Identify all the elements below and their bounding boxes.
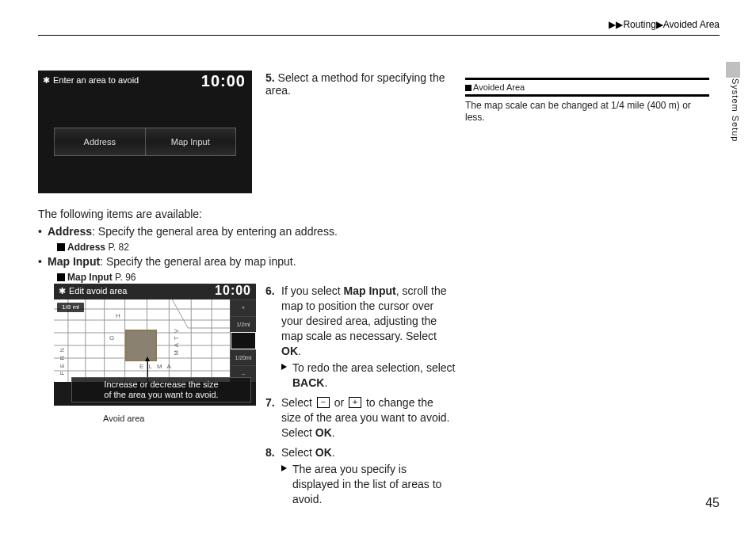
screenshot1-button-row: Address Map Input (54, 128, 236, 156)
avoid-area-callout-label: Avoid area (103, 414, 144, 423)
avoid-area-box[interactable] (125, 330, 157, 361)
step-list: 6. If you select Map Input, scroll the m… (265, 284, 456, 512)
item-name: Map Input (48, 255, 100, 268)
bold: Map Input (344, 284, 396, 297)
bullet-dot: • (38, 224, 42, 239)
screenshot-edit-avoid: ✱Edit avoid area 10:00 1/8 mi H G (54, 284, 256, 406)
step-7: 7. Select − or + to change the size of t… (265, 395, 456, 441)
screenshot2-title: ✱Edit avoid area (59, 286, 127, 296)
step-5-text: Select a method for specifying the area. (265, 71, 445, 97)
bold: OK (281, 345, 298, 357)
map-label: G (109, 334, 114, 341)
map-label: F E R N (59, 347, 66, 375)
ref-label: Address (67, 242, 105, 253)
hint-title-row: Avoided Area (465, 78, 709, 97)
step-5: 5. Select a method for specifying the ar… (265, 71, 456, 97)
address-button[interactable]: Address (54, 128, 146, 156)
screenshot1-clock: 10:00 (201, 72, 246, 90)
item-desc: : Specify the general area by entering a… (92, 225, 338, 238)
ref-page: P. 96 (115, 272, 136, 283)
scale-badge: 1/8 mi (57, 303, 84, 312)
gear-icon: ✱ (59, 286, 66, 296)
plus-icon: + (349, 397, 361, 408)
screenshot1-title: ✱Enter an area to avoid (43, 75, 139, 86)
map-label: M A T V (173, 328, 180, 356)
zoom-scale[interactable]: 1/2mi (231, 316, 256, 333)
triangle-icon (281, 465, 287, 471)
map-label: H (116, 312, 120, 319)
step-number: 5. (265, 71, 275, 84)
breadcrumb: ▶▶Routing▶Avoided Area (601, 19, 720, 30)
bullet-address: • Address: Specify the general area by e… (48, 224, 452, 258)
breadcrumb-parent: Routing (623, 19, 655, 30)
zoom-scale-selected[interactable] (231, 332, 256, 349)
step-6: 6. If you select Map Input, scroll the m… (265, 284, 456, 391)
triangle-icon (281, 364, 287, 370)
zoom-strip: + 1/2mi 1/20mi − (230, 299, 256, 382)
hint-title: Avoided Area (473, 82, 525, 92)
ref-page: P. 82 (108, 242, 128, 253)
step-6-sub: To redo the area selection, select BACK. (281, 360, 456, 391)
screenshot2-titlebar: ✱Edit avoid area 10:00 (54, 284, 256, 299)
map-input-button[interactable]: Map Input (146, 128, 237, 156)
ref-label: Map Input (67, 272, 113, 283)
svg-line-14 (172, 299, 188, 328)
ref-icon (57, 273, 65, 281)
hint-body: The map scale can be changed at 1/4 mile… (465, 97, 709, 124)
screenshot2-map-area: 1/8 mi H G E L M A F E R N M A T V + 1/2… (54, 299, 256, 382)
zoom-in-button[interactable]: + (231, 299, 256, 316)
cross-ref: Address P. 82 (57, 240, 452, 255)
step-8: 8. Select OK. The area you specify is di… (265, 445, 456, 507)
page-number: 45 (705, 496, 720, 510)
available-intro: The following items are available: (38, 208, 450, 220)
hint-icon (465, 85, 472, 91)
gear-icon: ✱ (43, 75, 50, 85)
minus-icon: − (317, 397, 330, 408)
item-name: Address (48, 225, 92, 238)
screenshot2-clock: 10:00 (215, 284, 251, 298)
hint-box: Avoided Area The map scale can be change… (465, 78, 709, 124)
breadcrumb-current: Avoided Area (663, 19, 720, 30)
side-tab: System Setup (726, 78, 740, 166)
header-rule (38, 35, 720, 36)
step-8-sub: The area you specify is displayed in the… (281, 462, 456, 507)
bullet-dot: • (38, 254, 42, 269)
map-label: E L M A (139, 363, 173, 370)
side-tab-block (726, 62, 740, 78)
item-desc: : Specify the general area by map input. (100, 255, 296, 268)
zoom-scale[interactable]: 1/20mi (231, 349, 256, 366)
screenshot-enter-area: ✱Enter an area to avoid 10:00 Address Ma… (38, 71, 252, 193)
ref-icon (57, 243, 65, 251)
screenshot2-caption: Increase or decrease the size of the are… (71, 377, 251, 402)
map-canvas[interactable]: 1/8 mi H G E L M A F E R N M A T V (54, 299, 230, 382)
